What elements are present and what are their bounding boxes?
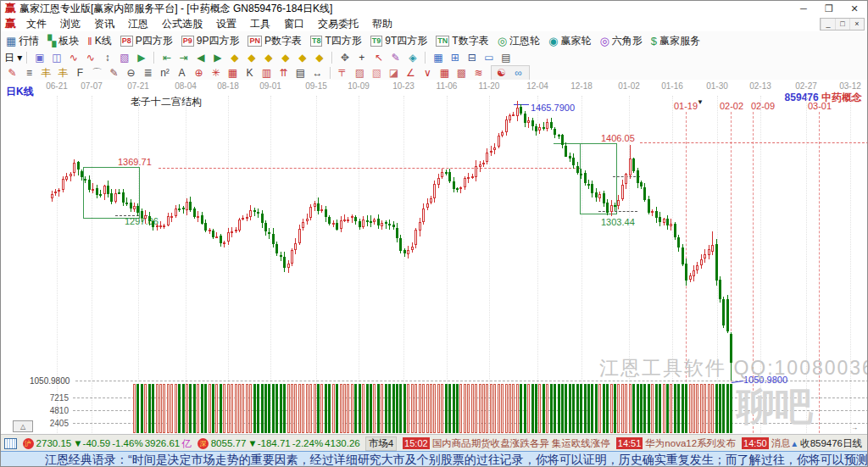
gann-box-red-icon[interactable]: 〒 bbox=[335, 66, 351, 80]
mdi-close-button[interactable]: × bbox=[849, 19, 864, 30]
arc-tool-icon[interactable]: ⌒ bbox=[89, 66, 105, 80]
go-prev-icon[interactable]: ◀ bbox=[192, 51, 209, 64]
menu-items: 文件浏览资讯江恩公式选股设置工具窗口交易委托帮助 bbox=[19, 16, 399, 31]
toolbar-sectors-button[interactable]: ▚板块 bbox=[47, 34, 79, 48]
menu-item-窗口[interactable]: 窗口 bbox=[277, 16, 311, 31]
menu-item-设置[interactable]: 设置 bbox=[209, 16, 243, 31]
red-grid-2-icon[interactable]: ▦ bbox=[437, 66, 453, 80]
news-item[interactable]: 国内商品期货收盘涨跌各异 集运欧线涨停 bbox=[432, 437, 610, 450]
toolbar-winner-service-button[interactable]: $赢家服务 bbox=[651, 34, 700, 48]
yinyang-icon[interactable]: ☯ bbox=[493, 66, 509, 80]
kline-chart[interactable]: 日K线 老子十二宫结构 859476 中药概念 06-2107-0707-210… bbox=[1, 80, 867, 434]
candle-wick bbox=[92, 183, 93, 193]
ruler-lines-icon[interactable]: ≣ bbox=[140, 66, 156, 80]
zoom-diamond-5-icon[interactable]: ◆ bbox=[294, 51, 310, 64]
scroll-right-button[interactable]: → bbox=[847, 423, 862, 431]
gann-fan-star-icon[interactable]: ✳ bbox=[208, 66, 224, 80]
go-first-icon[interactable]: ⇤ bbox=[159, 51, 175, 64]
toolbar-gann-wheel-button[interactable]: ◎江恩轮 bbox=[498, 34, 540, 48]
go-next-icon[interactable]: ▶ bbox=[209, 51, 225, 64]
toolbar-p9-square-button[interactable]: P99P四方形 bbox=[181, 34, 240, 48]
angle-line-icon[interactable]: ∠ bbox=[403, 66, 419, 80]
zoom-diamond-3-icon[interactable]: ◆ bbox=[260, 51, 276, 64]
go-last-icon[interactable]: ⇥ bbox=[175, 51, 192, 64]
candle-body bbox=[411, 247, 414, 250]
zoom-diamond-1-icon[interactable]: ◆ bbox=[226, 51, 242, 64]
layout-window-icon[interactable]: ▣ bbox=[31, 51, 47, 64]
restore-button[interactable]: ❒ bbox=[816, 2, 842, 16]
note-tool-icon[interactable]: ✎ bbox=[387, 51, 403, 64]
save-icon[interactable]: ⊟ bbox=[464, 51, 480, 64]
price-grid-icon[interactable]: ▥ bbox=[259, 66, 275, 80]
calendar-icon[interactable]: ▦ bbox=[430, 51, 446, 64]
print-icon[interactable]: ▤ bbox=[498, 51, 514, 64]
toolbar-winner-wheel-button[interactable]: ◉赢家轮 bbox=[548, 34, 591, 48]
sh-index-value: 2730.15 bbox=[36, 438, 72, 448]
paint-tool-icon[interactable]: ◈ bbox=[404, 51, 420, 64]
hand-tool-icon[interactable]: ✥ bbox=[337, 51, 353, 64]
play-flag-icon[interactable]: ▶ bbox=[133, 51, 149, 64]
news-item[interactable]: 华为nova12系列发布 bbox=[645, 437, 736, 450]
mini-trend-2-icon[interactable]: ∿ bbox=[82, 51, 98, 64]
toolbar-quotes-button[interactable]: ▦行情 bbox=[6, 34, 39, 48]
toolbar-p-number-table-button[interactable]: PNP数字表 bbox=[248, 34, 302, 48]
calculator-icon[interactable]: ⊞ bbox=[447, 51, 463, 64]
toolbar-t-number-table-button[interactable]: TNT数字表 bbox=[436, 34, 488, 48]
t9-square-icon: T9 bbox=[370, 36, 383, 47]
cycle-circle-icon[interactable]: ⊖ bbox=[123, 66, 139, 80]
menu-item-公式选股[interactable]: 公式选股 bbox=[155, 16, 209, 31]
market-selector[interactable]: 市场4 bbox=[365, 436, 397, 451]
pointer-tool-icon[interactable]: ↖ bbox=[370, 51, 387, 64]
gann-compass-icon[interactable]: ⊕ bbox=[191, 66, 207, 80]
menu-item-文件[interactable]: 文件 bbox=[19, 16, 53, 31]
mini-trend-icon[interactable]: ∿ bbox=[65, 51, 81, 64]
shade-grid-icon[interactable]: ▩ bbox=[453, 66, 470, 80]
zoom-diamond-2-icon[interactable]: ◆ bbox=[243, 51, 259, 64]
wave-lines-icon[interactable]: ≋ bbox=[470, 66, 487, 80]
crosshair-tool-icon[interactable]: + bbox=[353, 51, 370, 64]
arrow-up-pair-icon[interactable]: ⇈ bbox=[275, 66, 292, 80]
mdi-restore-button[interactable]: □ bbox=[835, 19, 849, 30]
pencil-line-icon[interactable]: ✎ bbox=[4, 66, 20, 80]
hatch-box-1-icon[interactable]: ▨ bbox=[352, 66, 368, 80]
fibonacci-icon[interactable]: F bbox=[72, 66, 88, 80]
period-daily-icon[interactable]: 日 ▾ bbox=[4, 51, 22, 64]
info-window-icon[interactable]: ◫ bbox=[48, 51, 64, 64]
menu-item-工具[interactable]: 工具 bbox=[243, 16, 277, 31]
gold-split-1-icon[interactable]: 丰 bbox=[38, 66, 54, 80]
scale-toggle-icon[interactable]: ↕ bbox=[99, 51, 115, 64]
k-marker-icon[interactable]: Κ bbox=[242, 66, 258, 80]
mdi-minimize-button[interactable]: _ bbox=[821, 19, 835, 30]
menu-item-浏览[interactable]: 浏览 bbox=[53, 16, 87, 31]
quote-table-icon[interactable] bbox=[4, 438, 17, 449]
news-item[interactable]: 消息称台积电2024… bbox=[771, 437, 791, 450]
menu-item-江恩[interactable]: 江恩 bbox=[121, 16, 155, 31]
infinity-icon[interactable]: ∞ bbox=[510, 66, 526, 80]
region-select-icon[interactable]: ▧ bbox=[116, 51, 132, 64]
vee-line-icon[interactable]: ∨ bbox=[420, 66, 436, 80]
hatch-box-3-icon[interactable]: ◪ bbox=[386, 66, 402, 80]
range-tool-icon[interactable]: ↔ bbox=[309, 66, 326, 80]
band-tool-icon[interactable]: ▤ bbox=[292, 66, 309, 80]
toolbar-kline-button[interactable]: ‖K线 bbox=[87, 34, 111, 48]
marker-pen-icon[interactable]: ✎ bbox=[106, 66, 122, 80]
zoom-diamond-4-icon[interactable]: ◆ bbox=[277, 51, 293, 64]
menu-item-交易委托[interactable]: 交易委托 bbox=[311, 16, 365, 31]
zoom-diamond-6-icon[interactable]: ◆ bbox=[311, 51, 327, 64]
toolbar-p-square-button[interactable]: P8P四方形 bbox=[120, 34, 173, 48]
grid-lines-icon[interactable]: ≡ bbox=[21, 66, 37, 80]
n-square-icon[interactable]: n² bbox=[157, 66, 173, 80]
toolbar-t9-square-button[interactable]: T99T四方形 bbox=[370, 34, 428, 48]
gold-split-2-icon[interactable]: 丰 bbox=[55, 66, 71, 80]
angle-a-icon[interactable]: A bbox=[174, 66, 190, 80]
monitor-icon[interactable]: ▭ bbox=[481, 51, 497, 64]
hatch-box-2-icon[interactable]: ▧ bbox=[369, 66, 385, 80]
menu-item-帮助[interactable]: 帮助 bbox=[365, 16, 399, 31]
close-button[interactable]: ✕ bbox=[842, 2, 867, 16]
menu-item-资讯[interactable]: 资讯 bbox=[87, 16, 121, 31]
toolbar-hexagon-button[interactable]: ◎六角形 bbox=[599, 34, 642, 48]
toolbar-t-square-button[interactable]: T8T四方形 bbox=[310, 34, 362, 48]
minimize-button[interactable]: ─ bbox=[791, 2, 816, 16]
volume-pane-collapse-button[interactable]: △ bbox=[13, 420, 33, 432]
gann-grid-icon[interactable]: ▦ bbox=[225, 66, 241, 80]
